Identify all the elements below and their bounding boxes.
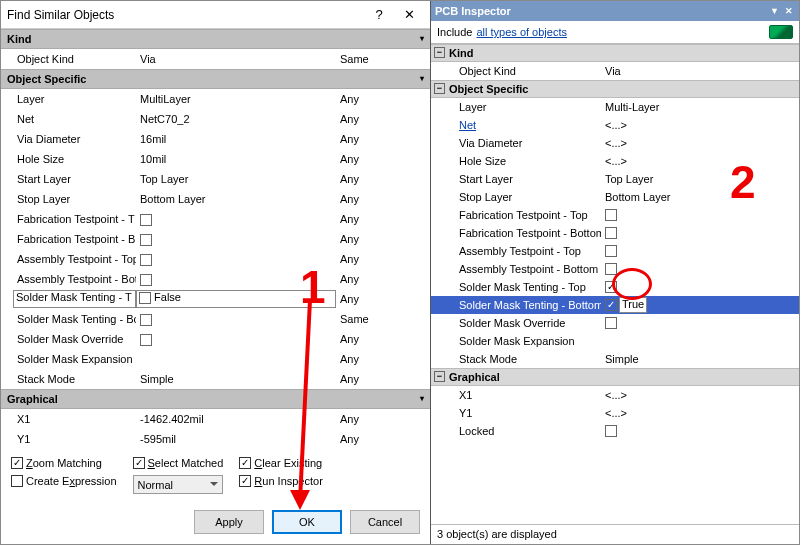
inspector-value[interactable]: <...> [601,155,799,167]
checkbox-icon[interactable] [140,254,152,266]
inspector-value[interactable] [601,425,799,437]
match-mode[interactable]: Any [336,253,430,265]
property-value[interactable]: -1462.402mil [136,413,336,425]
clear-existing-checkbox[interactable]: ✓ Clear Existing [239,457,323,469]
inspector-value[interactable] [601,317,799,329]
property-row[interactable]: Y1-595milAny [1,429,430,449]
match-mode[interactable]: Any [336,373,430,385]
insp-kind-header[interactable]: − Kind [431,44,799,62]
checkbox-icon[interactable] [139,292,151,304]
inspector-row[interactable]: LayerMulti-Layer [431,98,799,116]
property-value[interactable]: Top Layer [136,173,336,185]
checkbox-icon[interactable] [140,334,152,346]
inspector-value[interactable]: <...> [601,119,799,131]
collapse-icon[interactable]: − [434,371,445,382]
zoom-matching-checkbox[interactable]: ✓ Zoom Matching [11,457,117,469]
run-inspector-checkbox[interactable]: ✓ Run Inspector [239,475,323,487]
match-mode[interactable]: Same [336,53,430,65]
inspector-row[interactable]: Locked [431,422,799,440]
property-value[interactable]: NetC70_2 [136,113,336,125]
inspector-row[interactable]: Y1<...> [431,404,799,422]
chevron-down-icon[interactable]: ▾ [420,35,424,43]
property-value[interactable]: MultiLayer [136,93,336,105]
inspector-row[interactable]: Via Diameter<...> [431,134,799,152]
property-value[interactable] [136,312,336,325]
inspector-value[interactable] [601,281,799,293]
property-row[interactable]: Via Diameter16milAny [1,129,430,149]
property-row[interactable]: NetNetC70_2Any [1,109,430,129]
checkbox-icon[interactable] [605,245,617,257]
match-mode[interactable]: Any [336,353,430,365]
inspector-value[interactable]: Simple [601,353,799,365]
section-objspec-header[interactable]: Object Specific ▾ [1,69,430,89]
chevron-down-icon[interactable]: ▾ [420,75,424,83]
close-button[interactable]: ✕ [394,4,424,26]
mask-dropdown[interactable]: Normal [133,475,224,494]
match-mode[interactable]: Any [336,133,430,145]
checkbox-icon[interactable] [605,317,617,329]
panel-menu-icon[interactable]: ▼ [768,6,781,16]
property-row[interactable]: Solder Mask Tenting - T FalseAny [1,289,430,309]
inspector-row[interactable]: Stack ModeSimple [431,350,799,368]
inspector-value[interactable] [601,227,799,239]
property-value[interactable]: False [136,290,336,308]
inspector-value[interactable] [601,245,799,257]
inspector-row[interactable]: Start LayerTop Layer [431,170,799,188]
checkbox-icon[interactable] [140,274,152,286]
checkbox-icon[interactable] [140,234,152,246]
inspector-value[interactable] [601,263,799,275]
inspector-row[interactable]: X1<...> [431,386,799,404]
checkbox-icon[interactable] [140,314,152,326]
inspector-value[interactable]: Bottom Layer [601,191,799,203]
collapse-icon[interactable]: − [434,83,445,94]
property-row[interactable]: X1-1462.402milAny [1,409,430,429]
inspector-row[interactable]: Solder Mask Expansion [431,332,799,350]
checkbox-icon[interactable] [605,299,617,311]
inspector-value[interactable]: Top Layer [601,173,799,185]
property-row[interactable]: Fabrication Testpoint - BAny [1,229,430,249]
property-value[interactable]: 10mil [136,153,336,165]
inspector-value[interactable] [601,209,799,221]
property-row[interactable]: Solder Mask ExpansionAny [1,349,430,369]
match-mode[interactable]: Any [336,213,430,225]
match-mode[interactable]: Same [336,313,430,325]
match-mode[interactable]: Any [336,113,430,125]
section-graphical-header[interactable]: Graphical ▾ [1,389,430,409]
create-expression-checkbox[interactable]: Create Expression [11,475,117,487]
cancel-button[interactable]: Cancel [350,510,420,534]
inspector-row[interactable]: Assembly Testpoint - Bottom [431,260,799,278]
checkbox-icon[interactable] [605,209,617,221]
insp-graphical-header[interactable]: − Graphical [431,368,799,386]
ok-button[interactable]: OK [272,510,342,534]
checkbox-icon[interactable] [140,214,152,226]
match-mode[interactable]: Any [336,293,430,305]
match-mode[interactable]: Any [336,433,430,445]
help-button[interactable]: ? [364,4,394,26]
property-row[interactable]: Fabrication Testpoint - TAny [1,209,430,229]
inspector-row[interactable]: Fabrication Testpoint - Bottom [431,224,799,242]
checkbox-icon[interactable] [605,263,617,275]
property-row[interactable]: Assembly Testpoint - TopAny [1,249,430,269]
inspector-row[interactable]: Net<...> [431,116,799,134]
include-link[interactable]: all types of objects [476,26,567,38]
property-row[interactable]: Start LayerTop LayerAny [1,169,430,189]
match-mode[interactable]: Any [336,413,430,425]
apply-button[interactable]: Apply [194,510,264,534]
match-mode[interactable]: Any [336,333,430,345]
property-row[interactable]: Stack ModeSimpleAny [1,369,430,389]
inspector-row[interactable]: Solder Mask Tenting - BottomTrue [431,296,799,314]
property-value[interactable]: -595mil [136,433,336,445]
section-kind-header[interactable]: Kind ▾ [1,29,430,49]
inspector-row[interactable]: Fabrication Testpoint - Top [431,206,799,224]
property-value[interactable]: Bottom Layer [136,193,336,205]
inspector-row[interactable]: Stop LayerBottom Layer [431,188,799,206]
property-row[interactable]: Assembly Testpoint - BotAny [1,269,430,289]
property-row[interactable]: Solder Mask Tenting - BoSame [1,309,430,329]
match-mode[interactable]: Any [336,273,430,285]
property-row[interactable]: LayerMultiLayerAny [1,89,430,109]
property-row[interactable]: Hole Size10milAny [1,149,430,169]
property-row[interactable]: Solder Mask OverrideAny [1,329,430,349]
chevron-down-icon[interactable]: ▾ [420,395,424,403]
match-mode[interactable]: Any [336,173,430,185]
property-value[interactable] [136,212,336,225]
